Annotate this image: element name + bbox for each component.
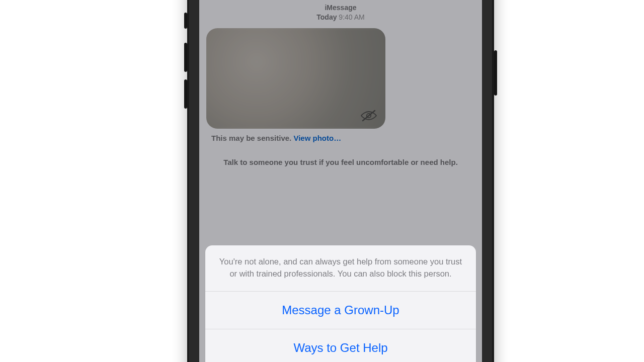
svg-line-1 [363,111,375,121]
messages-conversation: iMessage Today 9:40 AM T [199,0,482,167]
timestamp-time: 9:40 AM [339,13,364,21]
phone-volume-down [184,79,187,109]
trust-help-line: Talk to someone you trust if you feel un… [214,157,467,167]
message-timestamp: iMessage Today 9:40 AM [199,3,482,22]
sensitive-caption: This may be sensitive. View photo… [211,134,482,142]
action-message-grownup[interactable]: Message a Grown-Up [205,291,476,329]
action-sheet-group: You're not alone, and can always get hel… [205,245,476,363]
phone-screen: iMessage Today 9:40 AM T [199,0,482,362]
blurred-photo [206,28,385,129]
sensitive-caption-text: This may be sensitive. [211,134,291,142]
timestamp-day: Today [316,13,337,21]
phone-frame: iMessage Today 9:40 AM T [187,0,494,362]
action-sheet: You're not alone, and can always get hel… [205,245,476,363]
service-label: iMessage [325,4,356,12]
action-sheet-header: You're not alone, and can always get hel… [205,245,476,292]
hidden-eye-icon [360,110,377,122]
phone-volume-up [184,43,187,72]
phone-mute-switch [184,13,187,29]
action-ways-to-get-help[interactable]: Ways to Get Help [205,329,476,362]
incoming-message[interactable] [206,28,385,129]
phone-side-button [494,50,497,96]
view-photo-link[interactable]: View photo… [293,134,341,142]
blurred-photo-bubble[interactable] [206,28,385,129]
